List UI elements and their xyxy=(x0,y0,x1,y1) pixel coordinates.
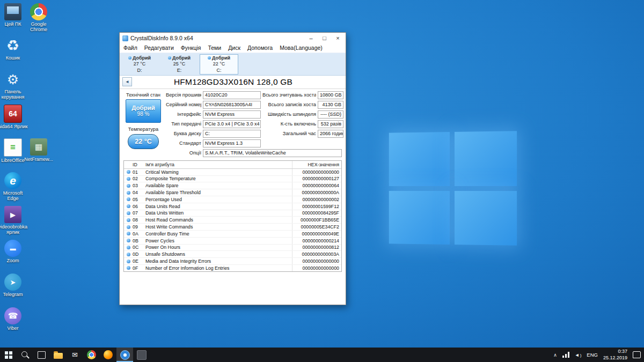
menu-item[interactable]: Редагувати xyxy=(144,45,174,51)
task-view-button[interactable] xyxy=(33,348,50,362)
field-label: Стандарт xyxy=(166,141,201,146)
clock[interactable]: 0:37 25.12.2019 xyxy=(603,349,627,361)
status-dot-icon xyxy=(127,177,130,181)
drive-tab[interactable]: Добрий 25 °C E: xyxy=(160,54,199,75)
desktop-icon[interactable]: ☎ Viber xyxy=(0,307,28,338)
app-button[interactable] xyxy=(133,348,150,362)
system-tray: ∧ ◄ ENG 0:37 25.12.2019 xyxy=(553,348,644,362)
action-center-icon[interactable] xyxy=(633,351,641,358)
close-button[interactable]: × xyxy=(331,33,345,43)
language-indicator[interactable]: ENG xyxy=(587,352,598,358)
field-value: C: xyxy=(203,130,261,138)
disk-info-grid: Версія прошивки 41020C20 Всього зчитуван… xyxy=(166,91,342,147)
smart-row[interactable]: 0E Media and Data Integrity Errors 00000… xyxy=(124,258,341,265)
hidden-icons-chevron[interactable]: ∧ xyxy=(553,352,557,358)
smart-attr-name: Power On Hours xyxy=(145,245,292,251)
smart-attr-name: Host Write Commands xyxy=(145,224,292,230)
status-dot-icon xyxy=(127,260,130,263)
taskbar: ✉ ∧ ◄ ENG 0:37 25.12.2019 xyxy=(0,348,644,362)
field-value: 4130 GB xyxy=(318,101,343,109)
folder-icon xyxy=(54,353,63,359)
smart-row[interactable]: 01 Critical Warning 00000000000000 xyxy=(124,169,341,176)
options-row: Опції S.M.A.R.T., TRIM, VolatileWriteCac… xyxy=(166,149,342,157)
crystaldiskinfo-window: CrystalDiskInfo 8.9.0 x64 – □ × ФайлРеда… xyxy=(119,32,346,305)
status-dot-icon xyxy=(127,266,130,270)
maximize-button[interactable]: □ xyxy=(318,33,331,43)
menu-item[interactable]: Функція xyxy=(181,45,201,51)
smart-row[interactable]: 04 Available Spare Threshold 00000000000… xyxy=(124,189,341,196)
smart-row[interactable]: 0F Number of Error Information Log Entri… xyxy=(124,265,341,271)
smart-row[interactable]: 08 Host Read Commands 0000000F1BB65E xyxy=(124,217,341,224)
smart-attr-hex: 0000000000049E xyxy=(292,231,341,237)
menu-item[interactable]: Мова(Language) xyxy=(280,45,323,51)
smart-header-hex: HEX-значення xyxy=(292,161,341,168)
smart-attr-id: 0B xyxy=(133,238,145,244)
smart-row[interactable]: 02 Composite Temperature 00000000000127 xyxy=(124,176,341,183)
desktop-icon[interactable]: ➤ Telegram xyxy=(0,274,28,304)
desktop-icon[interactable]: e Microsoft Edge xyxy=(0,172,28,203)
mail-button[interactable]: ✉ xyxy=(67,348,83,362)
menu-item[interactable]: Диск xyxy=(228,45,240,51)
desktop-icon[interactable]: ▬ Zoom xyxy=(0,240,28,270)
drive-temperature: 27 °C xyxy=(121,61,158,67)
desktop-icon[interactable]: ▶ videoobrobka ярлик xyxy=(0,206,28,237)
chrome-button[interactable] xyxy=(83,348,100,362)
menu-item[interactable]: Теми xyxy=(208,45,221,51)
smart-attr-name: Host Read Commands xyxy=(145,217,292,223)
desktop-icon-glyph: ➤ xyxy=(4,274,21,291)
smart-attr-hex: 00000000000002 xyxy=(292,196,341,203)
menubar: ФайлРедагуватиФункціяТемиДискДопомогаМов… xyxy=(120,43,346,53)
smart-row[interactable]: 0C Power On Hours 00000000000812 xyxy=(124,245,341,252)
desktop-icon-glyph: ▶ xyxy=(4,206,21,223)
field-value: 2066 годин xyxy=(318,130,343,138)
field-value: 41020C20 xyxy=(203,91,261,99)
volume-icon[interactable]: ◄ xyxy=(575,352,582,358)
drive-tab[interactable]: Добрий 27 °C D: xyxy=(120,54,159,75)
smart-attr-hex: 00000005E34CF2 xyxy=(292,224,341,230)
smart-row[interactable]: 05 Percentage Used 00000000000002 xyxy=(124,196,341,203)
windows-logo-pane xyxy=(454,131,517,186)
file-explorer-button[interactable] xyxy=(50,348,67,362)
field-label: Загальний час xyxy=(262,131,316,136)
health-percent: 98 % xyxy=(137,111,150,117)
menu-item[interactable]: Файл xyxy=(123,45,137,51)
smart-row[interactable]: 03 Available Spare 00000000000064 xyxy=(124,182,341,189)
smart-row[interactable]: 09 Host Write Commands 00000005E34CF2 xyxy=(124,224,341,231)
smart-attr-id: 0D xyxy=(133,251,145,257)
field-label: Всього зчитувань хоста xyxy=(262,92,316,98)
windows-logo-pane xyxy=(389,190,450,245)
minimize-button[interactable]: – xyxy=(304,33,318,43)
smart-row[interactable]: 0B Power Cycles 00000000000214 xyxy=(124,238,341,245)
smart-row[interactable]: 07 Data Units Written 0000000084295F xyxy=(124,210,341,217)
smart-attr-id: 0F xyxy=(133,265,145,271)
smart-attr-hex: 0000000084295F xyxy=(292,210,341,217)
status-dot-icon xyxy=(127,225,130,229)
titlebar[interactable]: CrystalDiskInfo 8.9.0 x64 – □ × xyxy=(120,33,346,43)
smart-attr-name: Data Units Written xyxy=(145,210,292,217)
desktop-icon[interactable]: ▦ NetFramew... xyxy=(24,138,54,169)
status-dot-icon xyxy=(127,218,130,222)
network-icon[interactable] xyxy=(562,352,569,358)
drive-tab[interactable]: Добрий 22 °C C: xyxy=(200,54,238,75)
smart-row[interactable]: 06 Data Units Read 00000001599F12 xyxy=(124,203,341,210)
desktop-icon[interactable]: Google Chrome xyxy=(24,3,54,34)
menu-item[interactable]: Допомога xyxy=(247,45,273,51)
search-button[interactable] xyxy=(17,348,33,362)
desktop-icon-glyph: ⚙ xyxy=(4,71,21,88)
desktop-icon-glyph xyxy=(30,3,47,20)
smart-row[interactable]: 0D Unsafe Shutdowns 0000000000003A xyxy=(124,251,341,258)
field-value: ---- (SSD) xyxy=(318,110,343,119)
start-button[interactable] xyxy=(0,348,17,362)
desktop-icon-label: NetFramew... xyxy=(24,157,54,162)
health-dot-icon xyxy=(168,56,171,60)
back-button[interactable]: ◄ xyxy=(122,77,132,86)
smart-attr-id: 05 xyxy=(133,196,145,203)
drive-letter: D: xyxy=(121,68,158,73)
firefox-button[interactable] xyxy=(100,348,116,362)
desktop-icon-label: Microsoft Edge xyxy=(0,190,28,201)
desktop-icon-label: videoobrobka ярлик xyxy=(0,224,28,235)
desktop-icon-glyph: ≡ xyxy=(4,138,22,157)
crystaldiskinfo-taskbar-button[interactable] xyxy=(116,348,133,362)
desktop-icon-glyph: 64 xyxy=(4,105,22,123)
smart-row[interactable]: 0A Controller Busy Time 0000000000049E xyxy=(124,231,341,238)
